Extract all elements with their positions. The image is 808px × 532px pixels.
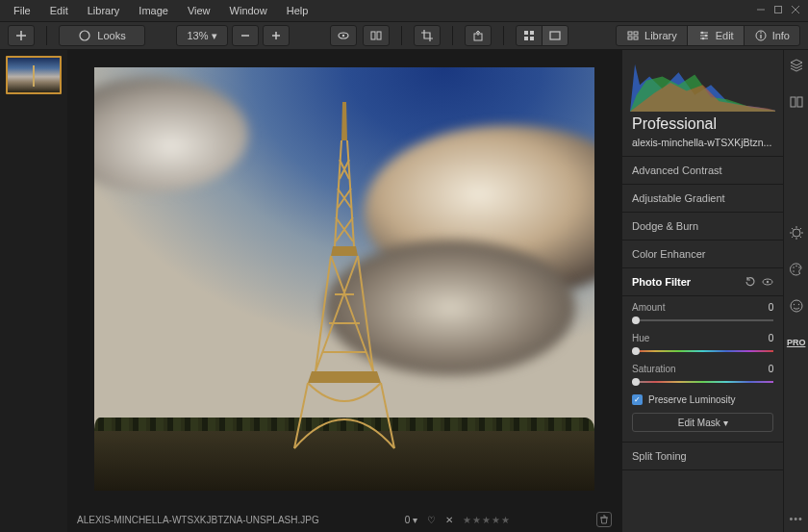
reject-icon[interactable]: ✕: [445, 515, 453, 525]
menu-library[interactable]: Library: [78, 0, 130, 21]
crop-button[interactable]: [414, 25, 441, 46]
toolbar: Looks 13% ▾ Library Edit Info: [0, 21, 808, 50]
layers-icon[interactable]: [787, 56, 806, 75]
panel-photo-filter-header[interactable]: Photo Filter: [622, 268, 783, 296]
svg-line-45: [792, 237, 794, 239]
menu-help[interactable]: Help: [277, 0, 318, 21]
right-rail: PRO •••: [783, 50, 808, 532]
svg-rect-20: [628, 32, 632, 35]
preserve-luminosity-checkbox[interactable]: ✓ Preserve Luminosity: [632, 394, 773, 405]
svg-rect-12: [371, 32, 375, 39]
tab-edit[interactable]: Edit: [687, 25, 745, 46]
svg-point-29: [701, 38, 704, 40]
svg-line-43: [799, 237, 801, 239]
compare-button[interactable]: [363, 25, 390, 46]
svg-rect-23: [634, 37, 638, 39]
svg-point-46: [793, 266, 795, 268]
close-button[interactable]: [787, 5, 804, 16]
svg-rect-35: [791, 97, 795, 107]
view-mode-segment: [516, 25, 568, 46]
svg-point-50: [791, 300, 802, 312]
module-tabs: Library Edit Info: [616, 25, 800, 46]
menu-edit[interactable]: Edit: [40, 0, 78, 21]
svg-point-48: [798, 266, 800, 268]
maximize-button[interactable]: [770, 5, 787, 16]
essentials-icon[interactable]: [787, 223, 806, 242]
eye-icon[interactable]: [762, 276, 773, 288]
svg-rect-15: [524, 31, 528, 35]
svg-point-32: [760, 32, 762, 34]
rating-stars[interactable]: ★★★★★: [463, 515, 511, 525]
preset-filename: alexis-minchella-wTSXKjBtzn...: [622, 137, 783, 157]
looks-button[interactable]: Looks: [59, 25, 145, 46]
panel-advanced-contrast[interactable]: Advanced Contrast: [622, 157, 783, 185]
tab-info[interactable]: Info: [744, 25, 800, 46]
svg-line-44: [799, 228, 801, 230]
hue-label: Hue: [632, 333, 649, 343]
svg-point-27: [700, 32, 703, 35]
hue-value: 0: [769, 333, 774, 343]
amount-slider[interactable]: [632, 316, 773, 325]
edit-panel: Professional alexis-minchella-wTSXKjBtzn…: [621, 50, 783, 532]
svg-rect-13: [377, 32, 381, 39]
svg-point-11: [342, 35, 344, 37]
more-icon[interactable]: •••: [789, 513, 803, 524]
preview-button[interactable]: [330, 25, 357, 46]
menu-bar: File Edit Library Image View Window Help: [0, 0, 808, 21]
svg-rect-18: [530, 37, 534, 40]
thumbnail-selected[interactable]: [6, 56, 62, 94]
menu-window[interactable]: Window: [220, 0, 277, 21]
filmstrip: [0, 50, 67, 532]
svg-rect-17: [524, 37, 528, 40]
image-canvas[interactable]: [94, 67, 594, 491]
grid-view-button[interactable]: [516, 25, 543, 46]
saturation-slider[interactable]: [632, 377, 773, 387]
zoom-out-button[interactable]: [232, 25, 259, 46]
trash-button[interactable]: [596, 512, 612, 527]
compare-rail-icon[interactable]: [787, 92, 806, 112]
amount-label: Amount: [632, 302, 665, 313]
reset-icon[interactable]: [745, 276, 756, 288]
histogram[interactable]: [630, 54, 775, 112]
svg-rect-16: [530, 31, 534, 35]
svg-rect-22: [628, 37, 632, 39]
preset-title: Professional: [622, 115, 783, 137]
svg-point-51: [793, 304, 794, 305]
eiffel-tower-graphic: [287, 102, 402, 458]
add-button[interactable]: [8, 25, 35, 46]
svg-point-28: [704, 35, 707, 38]
svg-point-49: [793, 270, 795, 272]
menu-view[interactable]: View: [178, 0, 220, 21]
menu-image[interactable]: Image: [129, 0, 178, 21]
svg-point-47: [795, 266, 797, 267]
amount-value: 0: [769, 302, 774, 313]
portrait-icon[interactable]: [787, 296, 806, 316]
svg-line-42: [792, 228, 794, 230]
panel-split-toning[interactable]: Split Toning: [622, 443, 783, 470]
creative-icon[interactable]: [787, 260, 806, 279]
svg-point-37: [793, 229, 800, 237]
menu-file[interactable]: File: [4, 0, 40, 21]
minimize-button[interactable]: [752, 5, 770, 16]
hue-slider[interactable]: [632, 346, 773, 356]
status-filename: ALEXIS-MINCHELLA-WTSXKJBTZNA-UNSPLASH.JP…: [77, 515, 319, 525]
svg-point-52: [797, 304, 798, 305]
looks-label: Looks: [97, 30, 125, 41]
pro-badge[interactable]: PRO: [787, 333, 806, 352]
heart-icon[interactable]: ♡: [427, 515, 436, 525]
tab-library[interactable]: Library: [616, 25, 688, 46]
svg-rect-1: [775, 7, 782, 13]
zoom-in-button[interactable]: [263, 25, 290, 46]
edit-mask-button[interactable]: Edit Mask ▾: [632, 413, 773, 432]
canvas-area: ALEXIS-MINCHELLA-WTSXKJBTZNA-UNSPLASH.JP…: [67, 50, 621, 532]
panel-dodge-burn[interactable]: Dodge & Burn: [622, 213, 783, 241]
zoom-value[interactable]: 13% ▾: [176, 25, 228, 46]
flag-control[interactable]: 0 ▾: [405, 515, 417, 525]
export-button[interactable]: [465, 25, 492, 46]
svg-rect-19: [550, 32, 560, 39]
saturation-value: 0: [769, 364, 774, 374]
svg-rect-36: [797, 97, 802, 107]
panel-color-enhancer[interactable]: Color Enhancer: [622, 241, 783, 268]
panel-adjustable-gradient[interactable]: Adjustable Gradient: [622, 185, 783, 213]
single-view-button[interactable]: [542, 25, 568, 46]
